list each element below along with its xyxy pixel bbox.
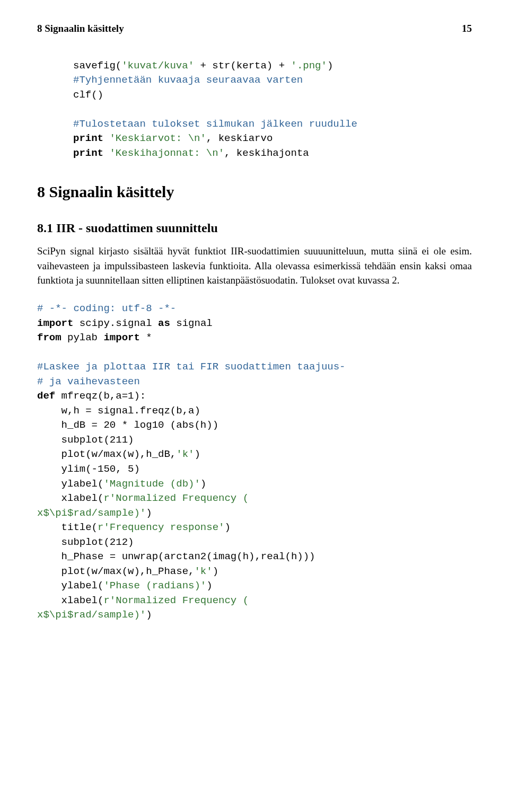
code-text xyxy=(103,133,109,144)
code-text: subplot(211) xyxy=(37,434,134,446)
code-string: x$\pi$rad/sample)' xyxy=(37,609,146,621)
code-text: signal xyxy=(170,317,213,329)
code-text: h_Phase = unwrap(arctan2(imag(h),real(h)… xyxy=(37,551,315,562)
code-keyword: import xyxy=(37,317,73,329)
code-text: mfreqz(b,a=1): xyxy=(55,390,146,402)
page-number: 15 xyxy=(462,21,472,37)
code-text: title( xyxy=(37,522,98,533)
code-text: ylabel( xyxy=(37,580,103,592)
code-text: , keskiarvo xyxy=(206,133,273,144)
header-title: 8 Signaalin käsittely xyxy=(37,21,124,37)
code-keyword: def xyxy=(37,390,55,402)
paragraph-body: SciPyn signal kirjasto sisältää hyvät fu… xyxy=(37,244,472,288)
code-text: ) xyxy=(146,609,152,621)
code-text: * xyxy=(140,332,152,343)
code-text: ) xyxy=(206,580,212,592)
code-text: ) xyxy=(194,448,200,460)
code-text: ylabel( xyxy=(37,478,103,490)
code-text: plot(w/max(w),h_dB, xyxy=(37,448,176,460)
code-text: ) xyxy=(327,60,333,72)
code-string: r'Normalized Frequency ( xyxy=(103,595,249,606)
code-text: , keskihajonta xyxy=(224,147,309,159)
code-comment: #Tulostetaan tulokset silmukan jälkeen r… xyxy=(73,118,357,130)
code-text: ) xyxy=(224,522,230,533)
code-string: 'Keskihajonnat: \n' xyxy=(109,147,224,159)
section-heading: 8 Signaalin käsittely xyxy=(37,180,472,204)
code-text: h_dB = 20 * log10 (abs(h)) xyxy=(37,419,218,431)
code-string: 'Keskiarvot: \n' xyxy=(109,133,206,144)
code-text: ) xyxy=(146,507,152,519)
code-string: r'Normalized Frequency ( xyxy=(103,492,249,504)
page-header: 8 Signaalin käsittely 15 xyxy=(37,21,472,37)
code-text: ylim(-150, 5) xyxy=(37,463,140,475)
code-block-2: # -*- coding: utf-8 -*- import scipy.sig… xyxy=(37,302,472,623)
code-string: 'k' xyxy=(176,448,194,460)
code-comment: # -*- coding: utf-8 -*- xyxy=(37,303,176,314)
code-block-1: savefig('kuvat/kuva' + str(kerta) + '.pn… xyxy=(73,59,472,161)
code-keyword: print xyxy=(73,133,103,144)
code-text: ) xyxy=(200,478,206,490)
code-keyword: from xyxy=(37,332,62,343)
code-comment: #Laskee ja plottaa IIR tai FIR suodattim… xyxy=(37,361,346,373)
code-comment: #Tyhjennetään kuvaaja seuraavaa varten xyxy=(73,74,303,86)
code-string: 'Phase (radians)' xyxy=(103,580,206,592)
code-string: 'kuvat/kuva' xyxy=(121,60,194,72)
code-text: pylab xyxy=(62,332,104,343)
code-text xyxy=(103,147,109,159)
code-text: xlabel( xyxy=(37,492,103,504)
code-keyword: as xyxy=(158,317,170,329)
code-text: plot(w/max(w),h_Phase, xyxy=(37,566,194,577)
code-text: ) xyxy=(213,566,218,577)
code-text: scipy.signal xyxy=(73,317,158,329)
code-string: '.png' xyxy=(291,60,327,72)
code-keyword: print xyxy=(73,147,103,159)
subsection-heading: 8.1 IIR - suodattimen suunnittelu xyxy=(37,218,472,237)
code-string: 'k' xyxy=(194,566,212,577)
code-text: xlabel( xyxy=(37,595,103,606)
code-text: clf() xyxy=(73,89,103,101)
code-string: x$\pi$rad/sample)' xyxy=(37,507,146,519)
code-string: r'Frequency response' xyxy=(98,522,224,533)
code-text: + str(kerta) + xyxy=(194,60,291,72)
code-text: w,h = signal.freqz(b,a) xyxy=(37,405,200,417)
code-text: subplot(212) xyxy=(37,536,134,548)
code-keyword: import xyxy=(103,332,139,343)
code-text: savefig( xyxy=(73,60,121,72)
code-comment: # ja vaihevasteen xyxy=(37,376,140,387)
code-string: 'Magnitude (db)' xyxy=(103,478,200,490)
